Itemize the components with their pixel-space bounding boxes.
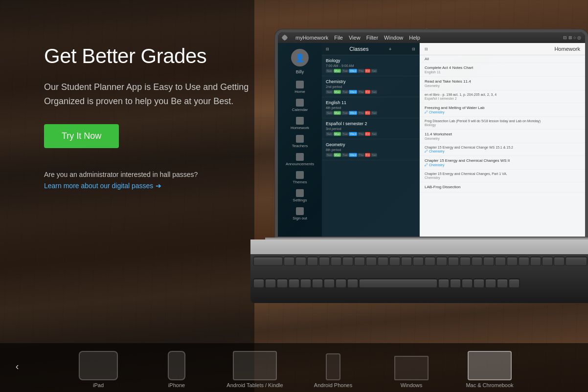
sidebar-item-homework[interactable]: Homework xyxy=(280,114,319,132)
add-class-button[interactable]: + xyxy=(389,46,392,52)
user-avatar: 👤 xyxy=(291,49,309,66)
android-tablet-thumbnail xyxy=(233,351,277,380)
menu-help: Help xyxy=(409,35,420,41)
macbook-thumbnail xyxy=(468,351,512,380)
prev-arrow[interactable]: ‹ xyxy=(10,359,24,373)
hw-item-4[interactable]: Freezing and Melting of Water Lab 🖊 Chem… xyxy=(420,103,585,117)
class-item-chemistry[interactable]: Chemistry 2nd period Sun Mon Tue Wed Thu… xyxy=(322,76,419,97)
try-it-now-button[interactable]: Try It Now xyxy=(44,124,119,148)
sidebar-item-calendar[interactable]: Calendar xyxy=(280,96,319,114)
key-f2 xyxy=(295,257,306,266)
hw-item-7[interactable]: Chapter 15 Energy and Chemical Change WS… xyxy=(420,143,585,156)
hw-item-2[interactable]: Read and Take Notes 11.4 Geometry xyxy=(420,77,585,90)
calendar-icon xyxy=(296,99,304,107)
android-phone-label: Android Phones xyxy=(314,382,352,388)
class-item-english11[interactable]: English 11 4th period Sun Mon Tue Wed Th… xyxy=(322,97,419,118)
key-s xyxy=(253,279,264,288)
sidebar-item-teachers[interactable]: Teachers xyxy=(280,132,319,151)
key-f11 xyxy=(401,257,412,266)
headline: Get Better Grades xyxy=(44,44,249,68)
device-android-tablet[interactable]: Android Tablets / Kindle xyxy=(216,351,294,388)
hw-item-6[interactable]: 11.4 Worksheet Geometry xyxy=(420,130,585,143)
device-mac-chromebook[interactable]: Mac & Chromebook xyxy=(451,351,529,388)
key-bracket-l xyxy=(542,257,553,266)
key-f12 xyxy=(413,257,424,266)
sidebar-item-settings[interactable]: Settings xyxy=(280,187,319,205)
hw-item-10[interactable]: LAB-Frog Dissection xyxy=(420,182,585,193)
hero-content: Get Better Grades Our Student Planner Ap… xyxy=(44,44,249,190)
hw-item-3[interactable]: en el libro - p. 198 act. 1, p. 204-205 … xyxy=(420,90,585,103)
menu-bar-icons: ⊟ ⊞ ○ ◎ xyxy=(563,35,581,40)
key-f6 xyxy=(342,257,353,266)
android-tablet-label: Android Tablets / Kindle xyxy=(226,382,283,388)
key-f8 xyxy=(366,257,377,266)
announcements-icon xyxy=(296,153,304,161)
key-f10 xyxy=(389,257,400,266)
device-iphone[interactable]: iPhone xyxy=(137,351,216,388)
sidebar-item-themes[interactable]: Themes xyxy=(280,169,319,187)
key-c xyxy=(462,279,473,288)
sidebar-label-themes: Themes xyxy=(293,180,307,184)
key-z xyxy=(438,279,449,288)
device-android-phone[interactable]: Android Phones xyxy=(294,353,372,388)
app-content: 👤 Billy Home Calendar Homework Teachers xyxy=(278,43,585,237)
key-m xyxy=(509,279,520,288)
sidebar-label-settings: Settings xyxy=(293,198,307,202)
iphone-label: iPhone xyxy=(168,382,185,388)
class-item-biology[interactable]: Biology 7:00 AM - 9:00 AM Sun Mon Tue We… xyxy=(322,55,419,76)
subtext: Our Student Planner App is Easy to Use a… xyxy=(44,80,249,109)
class-item-geometry[interactable]: Geometry 8th period Sun Mon Tue Wed Thu … xyxy=(322,139,419,160)
key-tab xyxy=(565,257,587,266)
app-menu-bar: myHomework File View Filter Window Help … xyxy=(278,32,585,43)
homework-header: ⊟ Homework xyxy=(420,43,585,55)
sidebar-item-home[interactable]: Home xyxy=(280,78,319,96)
windows-thumbnail xyxy=(394,356,429,380)
key-j xyxy=(312,279,323,288)
key-f7 xyxy=(354,257,365,266)
sidebar-item-announcements[interactable]: Announcements xyxy=(280,151,319,169)
key-y xyxy=(483,257,494,266)
key-k xyxy=(324,279,335,288)
key-n xyxy=(497,279,508,288)
laptop-image: myHomework File View Filter Window Help … xyxy=(236,5,588,308)
key-f xyxy=(277,279,288,288)
class-item-espanol[interactable]: Español I semester 2 3rd period Sun Mon … xyxy=(322,118,419,139)
menu-view: View xyxy=(349,35,361,41)
android-phone-thumbnail xyxy=(326,353,340,380)
hw-filter-all: All xyxy=(420,55,585,63)
teachers-icon xyxy=(296,135,304,143)
hw-item-8[interactable]: Chapter 15 Energy and Chemical Changes W… xyxy=(420,156,585,170)
sidebar-item-signout[interactable]: Sign out xyxy=(280,205,319,223)
key-r xyxy=(460,257,471,266)
device-ipad[interactable]: iPad xyxy=(59,351,137,388)
key-x xyxy=(450,279,461,288)
homework-title: Homework xyxy=(554,46,580,52)
themes-icon xyxy=(296,171,304,179)
device-windows[interactable]: Windows xyxy=(372,356,451,388)
homework-panel: ⊟ Homework All Complete Act 4 Notes Char… xyxy=(420,43,585,237)
hw-item-1[interactable]: Complete Act 4 Notes Chart English 11 xyxy=(420,63,585,77)
laptop-keyboard xyxy=(250,254,588,303)
key-f5 xyxy=(331,257,341,266)
homework-icon xyxy=(296,117,304,125)
home-icon xyxy=(296,81,304,88)
menu-filter: Filter xyxy=(366,35,378,41)
learn-more-link[interactable]: Learn more about our digital passes xyxy=(44,182,153,190)
hw-item-9[interactable]: Chapter 15 Energy and Chemical Changes, … xyxy=(420,170,585,182)
hw-item-5[interactable]: Frog Dissection Lab (Period 9 will do 5/… xyxy=(420,117,585,130)
key-f9 xyxy=(378,257,388,266)
menu-window: Window xyxy=(384,35,403,41)
key-bracket-r xyxy=(554,257,565,266)
app-name: myHomework xyxy=(295,35,328,41)
admin-text: Are you an administrator interested in h… xyxy=(44,171,249,178)
key-esc xyxy=(253,257,283,266)
iphone-thumbnail xyxy=(168,351,185,380)
sidebar-label-home: Home xyxy=(294,89,305,94)
key-space xyxy=(359,279,437,288)
app-sidebar: 👤 Billy Home Calendar Homework Teachers xyxy=(278,43,322,237)
ipad-thumbnail xyxy=(79,351,118,380)
key-d xyxy=(265,279,276,288)
sidebar-label-calendar: Calendar xyxy=(292,108,308,112)
laptop-screen: myHomework File View Filter Window Help … xyxy=(275,29,588,240)
classes-panel: ⊟ Classes + ⊟ Biology 7:00 AM - 9:00 AM … xyxy=(322,43,420,237)
